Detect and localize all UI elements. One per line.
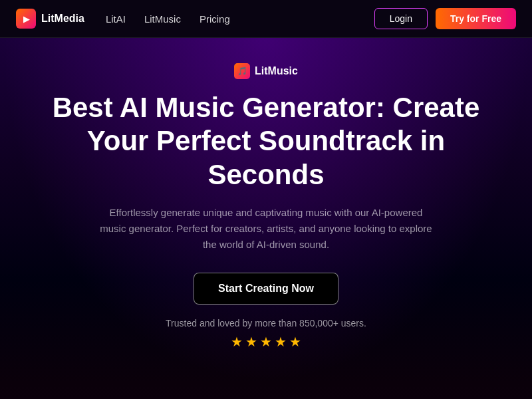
- stars-rating: ★ ★ ★ ★ ★: [40, 334, 492, 350]
- logo-text: LitMedia: [41, 13, 84, 25]
- login-button[interactable]: Login: [374, 8, 428, 29]
- nav-link-pricing[interactable]: Pricing: [200, 13, 230, 25]
- logo-icon: [16, 9, 36, 29]
- hero-badge-text: LitMusic: [255, 65, 298, 77]
- navbar: LitMedia LitAI LitMusic Pricing Login Tr…: [0, 0, 532, 38]
- start-creating-button[interactable]: Start Creating Now: [194, 273, 338, 305]
- nav-link-litai[interactable]: LitAI: [106, 13, 126, 25]
- try-free-button[interactable]: Try for Free: [436, 8, 516, 29]
- video-section: 🎵🎶: [0, 383, 532, 399]
- star-1: ★: [231, 334, 243, 350]
- nav-actions: Login Try for Free: [374, 8, 516, 29]
- star-2: ★: [245, 334, 257, 350]
- hero-title: Best AI Music Generator: Create Your Per…: [40, 91, 492, 192]
- hero-badge: LitMusic: [234, 63, 298, 79]
- logo[interactable]: LitMedia: [16, 9, 84, 29]
- star-4: ★: [275, 334, 287, 350]
- nav-links: LitAI LitMusic Pricing: [106, 13, 374, 25]
- hero-section: LitMusic Best AI Music Generator: Create…: [0, 38, 532, 383]
- hero-badge-icon: [234, 63, 250, 79]
- star-5: ★: [289, 334, 301, 350]
- hero-subtitle: Effortlessly generate unique and captiva…: [100, 205, 432, 253]
- star-3: ★: [260, 334, 272, 350]
- nav-link-litmusic[interactable]: LitMusic: [144, 13, 181, 25]
- trust-text: Trusted and loved by more than 850,000+ …: [40, 318, 492, 329]
